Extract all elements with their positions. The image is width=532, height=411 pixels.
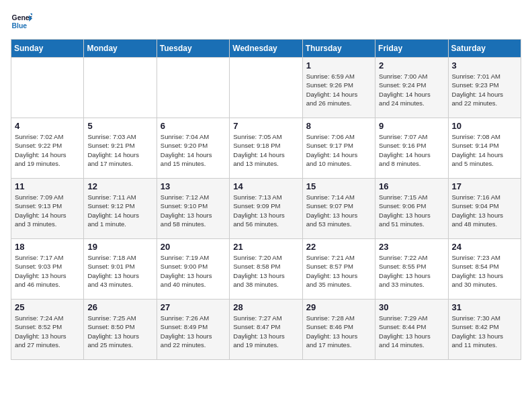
calendar-cell: 6Sunrise: 7:04 AM Sunset: 9:20 PM Daylig… [157, 118, 229, 179]
calendar-cell: 9Sunrise: 7:07 AM Sunset: 9:16 PM Daylig… [375, 118, 448, 179]
day-info: Sunrise: 7:13 AM Sunset: 9:09 PM Dayligh… [233, 193, 298, 228]
day-number: 13 [161, 181, 226, 191]
day-number: 8 [306, 121, 371, 131]
calendar-cell: 21Sunrise: 7:20 AM Sunset: 8:58 PM Dayli… [230, 239, 302, 300]
day-info: Sunrise: 7:24 AM Sunset: 8:52 PM Dayligh… [15, 314, 80, 349]
calendar-cell [157, 58, 229, 118]
day-number: 20 [161, 242, 226, 252]
weekday-header: Tuesday [157, 40, 229, 58]
calendar-cell: 24Sunrise: 7:23 AM Sunset: 8:54 PM Dayli… [448, 239, 521, 300]
weekday-header: Sunday [11, 40, 84, 58]
calendar-cell: 11Sunrise: 7:09 AM Sunset: 9:13 PM Dayli… [11, 179, 84, 239]
day-number: 24 [452, 242, 517, 252]
day-number: 31 [452, 302, 517, 312]
calendar-cell: 29Sunrise: 7:28 AM Sunset: 8:46 PM Dayli… [302, 300, 375, 360]
weekday-header: Monday [84, 40, 157, 58]
day-number: 18 [15, 242, 80, 252]
day-info: Sunrise: 7:07 AM Sunset: 9:16 PM Dayligh… [379, 132, 444, 168]
calendar-week-row: 18Sunrise: 7:17 AM Sunset: 9:03 PM Dayli… [11, 239, 521, 300]
calendar-cell: 5Sunrise: 7:03 AM Sunset: 9:21 PM Daylig… [84, 118, 157, 179]
day-info: Sunrise: 7:19 AM Sunset: 9:00 PM Dayligh… [161, 253, 226, 289]
day-number: 5 [87, 121, 152, 131]
calendar-cell: 28Sunrise: 7:27 AM Sunset: 8:47 PM Dayli… [230, 300, 302, 360]
day-info: Sunrise: 7:30 AM Sunset: 8:42 PM Dayligh… [452, 314, 517, 349]
calendar-cell: 14Sunrise: 7:13 AM Sunset: 9:09 PM Dayli… [230, 179, 302, 239]
calendar-cell: 19Sunrise: 7:18 AM Sunset: 9:01 PM Dayli… [84, 239, 157, 300]
logo-icon: General Blue [11, 11, 32, 32]
calendar-cell: 4Sunrise: 7:02 AM Sunset: 9:22 PM Daylig… [11, 118, 84, 179]
day-info: Sunrise: 7:12 AM Sunset: 9:10 PM Dayligh… [161, 193, 226, 228]
day-info: Sunrise: 7:17 AM Sunset: 9:03 PM Dayligh… [15, 253, 80, 289]
calendar-cell: 23Sunrise: 7:22 AM Sunset: 8:55 PM Dayli… [375, 239, 448, 300]
weekday-header: Wednesday [230, 40, 302, 58]
calendar-cell [84, 58, 157, 118]
day-info: Sunrise: 7:20 AM Sunset: 8:58 PM Dayligh… [233, 253, 298, 289]
day-number: 16 [379, 181, 444, 191]
day-info: Sunrise: 7:29 AM Sunset: 8:44 PM Dayligh… [379, 314, 444, 349]
day-number: 22 [306, 242, 371, 252]
day-info: Sunrise: 7:15 AM Sunset: 9:06 PM Dayligh… [379, 193, 444, 228]
day-info: Sunrise: 7:02 AM Sunset: 9:22 PM Dayligh… [15, 132, 80, 168]
day-info: Sunrise: 7:27 AM Sunset: 8:47 PM Dayligh… [233, 314, 298, 349]
calendar-cell: 13Sunrise: 7:12 AM Sunset: 9:10 PM Dayli… [157, 179, 229, 239]
calendar-cell: 22Sunrise: 7:21 AM Sunset: 8:57 PM Dayli… [302, 239, 375, 300]
day-info: Sunrise: 7:16 AM Sunset: 9:04 PM Dayligh… [452, 193, 517, 228]
day-info: Sunrise: 7:25 AM Sunset: 8:50 PM Dayligh… [87, 314, 152, 349]
calendar-cell: 20Sunrise: 7:19 AM Sunset: 9:00 PM Dayli… [157, 239, 229, 300]
day-info: Sunrise: 7:01 AM Sunset: 9:23 PM Dayligh… [452, 72, 517, 107]
day-info: Sunrise: 7:11 AM Sunset: 9:12 PM Dayligh… [87, 193, 152, 228]
calendar-cell [11, 58, 84, 118]
day-info: Sunrise: 7:22 AM Sunset: 8:55 PM Dayligh… [379, 253, 444, 289]
day-info: Sunrise: 7:28 AM Sunset: 8:46 PM Dayligh… [306, 314, 371, 349]
calendar-cell: 25Sunrise: 7:24 AM Sunset: 8:52 PM Dayli… [11, 300, 84, 360]
day-number: 7 [233, 121, 298, 131]
calendar-table: SundayMondayTuesdayWednesdayThursdayFrid… [11, 39, 521, 360]
day-info: Sunrise: 7:03 AM Sunset: 9:21 PM Dayligh… [87, 132, 152, 168]
day-info: Sunrise: 7:05 AM Sunset: 9:18 PM Dayligh… [233, 132, 298, 168]
calendar-cell: 31Sunrise: 7:30 AM Sunset: 8:42 PM Dayli… [448, 300, 521, 360]
calendar-cell: 8Sunrise: 7:06 AM Sunset: 9:17 PM Daylig… [302, 118, 375, 179]
calendar-week-row: 1Sunrise: 6:59 AM Sunset: 9:26 PM Daylig… [11, 58, 521, 118]
day-info: Sunrise: 7:00 AM Sunset: 9:24 PM Dayligh… [379, 72, 444, 107]
weekday-header-row: SundayMondayTuesdayWednesdayThursdayFrid… [11, 40, 521, 58]
day-info: Sunrise: 7:23 AM Sunset: 8:54 PM Dayligh… [452, 253, 517, 289]
day-number: 9 [379, 121, 444, 131]
calendar-cell: 27Sunrise: 7:26 AM Sunset: 8:49 PM Dayli… [157, 300, 229, 360]
day-number: 26 [87, 302, 152, 312]
day-info: Sunrise: 7:09 AM Sunset: 9:13 PM Dayligh… [15, 193, 80, 228]
calendar-cell: 15Sunrise: 7:14 AM Sunset: 9:07 PM Dayli… [302, 179, 375, 239]
svg-text:Blue: Blue [12, 22, 28, 30]
calendar-cell: 26Sunrise: 7:25 AM Sunset: 8:50 PM Dayli… [84, 300, 157, 360]
calendar-cell: 7Sunrise: 7:05 AM Sunset: 9:18 PM Daylig… [230, 118, 302, 179]
calendar-cell: 16Sunrise: 7:15 AM Sunset: 9:06 PM Dayli… [375, 179, 448, 239]
calendar-cell: 3Sunrise: 7:01 AM Sunset: 9:23 PM Daylig… [448, 58, 521, 118]
day-number: 25 [15, 302, 80, 312]
weekday-header: Saturday [448, 40, 521, 58]
day-info: Sunrise: 7:08 AM Sunset: 9:14 PM Dayligh… [452, 132, 517, 168]
calendar-cell [230, 58, 302, 118]
day-number: 28 [233, 302, 298, 312]
weekday-header: Thursday [302, 40, 375, 58]
day-number: 17 [452, 181, 517, 191]
day-info: Sunrise: 7:04 AM Sunset: 9:20 PM Dayligh… [161, 132, 226, 168]
day-number: 11 [15, 181, 80, 191]
day-info: Sunrise: 7:06 AM Sunset: 9:17 PM Dayligh… [306, 132, 371, 168]
day-number: 21 [233, 242, 298, 252]
day-number: 19 [87, 242, 152, 252]
logo: General Blue [11, 11, 35, 32]
day-number: 29 [306, 302, 371, 312]
calendar-week-row: 25Sunrise: 7:24 AM Sunset: 8:52 PM Dayli… [11, 300, 521, 360]
page-header: General Blue [11, 11, 521, 32]
calendar-cell: 1Sunrise: 6:59 AM Sunset: 9:26 PM Daylig… [302, 58, 375, 118]
calendar-week-row: 4Sunrise: 7:02 AM Sunset: 9:22 PM Daylig… [11, 118, 521, 179]
day-number: 1 [306, 60, 371, 71]
day-number: 23 [379, 242, 444, 252]
day-number: 27 [161, 302, 226, 312]
day-number: 2 [379, 60, 444, 71]
day-number: 30 [379, 302, 444, 312]
day-number: 15 [306, 181, 371, 191]
calendar-cell: 17Sunrise: 7:16 AM Sunset: 9:04 PM Dayli… [448, 179, 521, 239]
calendar-cell: 2Sunrise: 7:00 AM Sunset: 9:24 PM Daylig… [375, 58, 448, 118]
day-number: 14 [233, 181, 298, 191]
day-number: 3 [452, 60, 517, 71]
